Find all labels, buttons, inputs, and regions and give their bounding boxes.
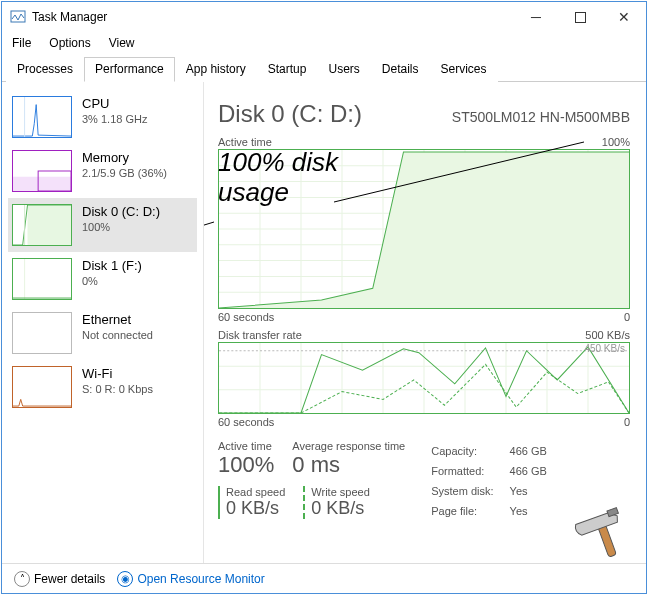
- close-button[interactable]: ✕: [602, 2, 646, 32]
- maximize-button[interactable]: [558, 2, 602, 32]
- tab-app-history[interactable]: App history: [175, 57, 257, 82]
- memory-thumb: [12, 150, 72, 192]
- cpu-thumb: [12, 96, 72, 138]
- tab-users[interactable]: Users: [317, 57, 370, 82]
- active-time-value: 100%: [218, 452, 274, 478]
- open-resource-monitor-link[interactable]: ◉ Open Resource Monitor: [117, 571, 264, 587]
- chevron-up-icon: ˄: [14, 571, 30, 587]
- memory-name: Memory: [82, 150, 167, 165]
- sidebar-item-memory[interactable]: Memory2.1/5.9 GB (36%): [8, 144, 197, 198]
- wifi-sub: S: 0 R: 0 Kbps: [82, 383, 153, 395]
- footer: ˄ Fewer details ◉ Open Resource Monitor: [2, 563, 646, 593]
- titlebar[interactable]: Task Manager ─ ✕: [2, 2, 646, 32]
- sidebar-item-ethernet[interactable]: EthernetNot connected: [8, 306, 197, 360]
- menu-file[interactable]: File: [10, 34, 33, 52]
- disk0-thumb: [12, 204, 72, 246]
- graph-active-max: 100%: [602, 136, 630, 148]
- tab-services[interactable]: Services: [430, 57, 498, 82]
- ethernet-sub: Not connected: [82, 329, 153, 341]
- avg-response-value: 0 ms: [292, 452, 405, 478]
- graph-transfer-xright: 0: [624, 416, 630, 428]
- graph-transfer-rate[interactable]: 450 KB/s: [218, 342, 630, 414]
- active-time-label: Active time: [218, 440, 274, 452]
- cpu-sub: 3% 1.18 GHz: [82, 113, 147, 125]
- ethernet-name: Ethernet: [82, 312, 153, 327]
- svg-line-41: [204, 222, 214, 262]
- tab-performance[interactable]: Performance: [84, 57, 175, 82]
- sidebar-item-cpu[interactable]: CPU3% 1.18 GHz: [8, 90, 197, 144]
- sidebar-item-wifi[interactable]: Wi-FiS: 0 R: 0 Kbps: [8, 360, 197, 414]
- read-speed-label: Read speed: [226, 486, 285, 498]
- write-speed-label: Write speed: [311, 486, 370, 498]
- graph-transfer-label: Disk transfer rate: [218, 329, 302, 341]
- app-icon: [10, 9, 26, 25]
- tab-processes[interactable]: Processes: [6, 57, 84, 82]
- graph-active-xright: 0: [624, 311, 630, 323]
- main-pane: Disk 0 (C: D:) ST500LM012 HN-M500MBB Act…: [204, 82, 646, 564]
- memory-sub: 2.1/5.9 GB (36%): [82, 167, 167, 179]
- graph-transfer-mid: 450 KB/s: [584, 343, 625, 354]
- disk1-name: Disk 1 (F:): [82, 258, 142, 273]
- tab-startup[interactable]: Startup: [257, 57, 318, 82]
- monitor-icon: ◉: [117, 571, 133, 587]
- graph-transfer-max: 500 KB/s: [585, 329, 630, 341]
- tab-strip: Processes Performance App history Startu…: [2, 56, 646, 82]
- menu-view[interactable]: View: [107, 34, 137, 52]
- disk1-thumb: [12, 258, 72, 300]
- menu-options[interactable]: Options: [47, 34, 92, 52]
- ethernet-thumb: [12, 312, 72, 354]
- minimize-button[interactable]: ─: [514, 2, 558, 32]
- graph-active-time[interactable]: [218, 149, 630, 309]
- graph-transfer-xleft: 60 seconds: [218, 416, 274, 428]
- page-title: Disk 0 (C: D:): [218, 100, 362, 128]
- menubar: File Options View: [2, 32, 646, 54]
- graph-active-xleft: 60 seconds: [218, 311, 274, 323]
- svg-rect-1: [575, 12, 585, 22]
- disk0-sub: 100%: [82, 221, 160, 233]
- tab-details[interactable]: Details: [371, 57, 430, 82]
- svg-rect-3: [13, 177, 71, 191]
- disk0-name: Disk 0 (C: D:): [82, 204, 160, 219]
- disk1-sub: 0%: [82, 275, 142, 287]
- svg-rect-5: [28, 205, 72, 245]
- sidebar-item-disk1[interactable]: Disk 1 (F:)0%: [8, 252, 197, 306]
- read-speed-value: 0 KB/s: [226, 498, 285, 519]
- wifi-name: Wi-Fi: [82, 366, 153, 381]
- fewer-details-button[interactable]: ˄ Fewer details: [14, 571, 105, 587]
- graph-active-label: Active time: [218, 136, 272, 148]
- window-title: Task Manager: [32, 10, 107, 24]
- avg-response-label: Average response time: [292, 440, 405, 452]
- svg-marker-27: [219, 152, 629, 308]
- disk-model: ST500LM012 HN-M500MBB: [452, 109, 630, 125]
- disk-properties: Capacity:466 GB Formatted:466 GB System …: [429, 440, 549, 522]
- sidebar: CPU3% 1.18 GHz Memory2.1/5.9 GB (36%) Di…: [2, 82, 204, 564]
- cpu-name: CPU: [82, 96, 147, 111]
- sidebar-item-disk0[interactable]: Disk 0 (C: D:)100%: [8, 198, 197, 252]
- wifi-thumb: [12, 366, 72, 408]
- write-speed-value: 0 KB/s: [311, 498, 370, 519]
